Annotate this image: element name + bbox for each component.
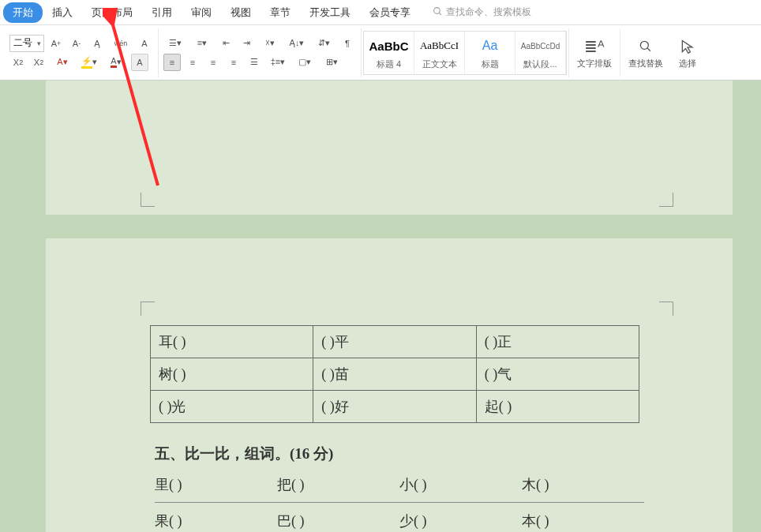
distributed-button[interactable]: ☰: [246, 54, 263, 71]
menu-view[interactable]: 视图: [221, 1, 261, 24]
char-shading-button[interactable]: A: [131, 54, 148, 71]
align-justify-button[interactable]: ≡: [225, 54, 242, 71]
border-button[interactable]: ⊞▾: [320, 54, 343, 71]
margin-corner: [659, 302, 673, 316]
table-row: 耳( ) ( )平 ( )正: [151, 326, 639, 358]
table-cell[interactable]: ( )气: [476, 358, 639, 391]
clear-format-button[interactable]: Ą: [88, 35, 106, 52]
decrease-indent-button[interactable]: ⇤: [217, 35, 234, 52]
decrease-font-button[interactable]: A-: [68, 35, 85, 52]
shading-button[interactable]: ▢▾: [293, 54, 317, 71]
style-label: 正文文本: [422, 58, 457, 70]
text-layout-button[interactable]: ≣ᴬ 文字排版: [569, 29, 620, 77]
font-group: 二号 A+ A- Ą wén A X2 X2 A▾ ⚡▾ A▾ A: [5, 28, 159, 77]
style-preview: AaBbCcI: [420, 35, 459, 57]
menu-member[interactable]: 会员专享: [360, 1, 420, 24]
superscript-button[interactable]: X2: [9, 54, 27, 71]
exercise-item: 果( ): [155, 511, 277, 530]
sort-button[interactable]: Ą↓▾: [285, 35, 309, 52]
subscript-button[interactable]: X2: [30, 54, 47, 71]
style-label: 默认段...: [523, 58, 557, 70]
line-numbers-button[interactable]: ⇵▾: [312, 35, 336, 52]
section-title[interactable]: 五、比一比，组词。(16 分): [155, 444, 333, 464]
exercise-row[interactable]: 果( ) 巴( ) 少( ) 本( ): [155, 511, 644, 532]
search-placeholder: 查找命令、搜索模板: [446, 6, 531, 19]
text-layout-icon: ≣ᴬ: [584, 36, 605, 58]
margin-corner: [141, 193, 155, 207]
align-right-button[interactable]: ≡: [204, 54, 222, 71]
style-heading4[interactable]: AaBbC 标题 4: [364, 32, 414, 74]
menu-devtools[interactable]: 开发工具: [300, 1, 360, 24]
align-center-button[interactable]: ≡: [184, 54, 201, 71]
table-row: ( )光 ( )好 起( ): [151, 391, 639, 423]
menu-start[interactable]: 开始: [3, 2, 43, 23]
style-default-para[interactable]: AaBbCcDd 默认段...: [515, 32, 566, 74]
bullet-list-button[interactable]: ☰▾: [163, 35, 187, 52]
increase-font-button[interactable]: A+: [47, 35, 65, 52]
margin-corner: [659, 193, 673, 207]
font-color-button[interactable]: A▾: [104, 54, 128, 71]
increase-indent-button[interactable]: ⇥: [238, 35, 255, 52]
align-left-button[interactable]: ≡: [163, 54, 181, 71]
table-cell[interactable]: 起( ): [476, 391, 639, 423]
style-label: 标题 4: [377, 58, 401, 70]
ribbon-toolbar: 二号 A+ A- Ą wén A X2 X2 A▾ ⚡▾ A▾ A ☰▾ ≡▾ …: [0, 25, 761, 81]
style-gallery: AaBbC 标题 4 AaBbCcI 正文文本 Aa 标题 AaBbCcDd 默…: [363, 31, 567, 75]
style-normal[interactable]: AaBbCcI 正文文本: [414, 32, 465, 74]
style-title[interactable]: Aa 标题: [465, 32, 515, 74]
table-cell[interactable]: 耳( ): [151, 326, 313, 358]
char-border-button[interactable]: A: [136, 35, 153, 52]
document-area[interactable]: 耳( ) ( )平 ( )正 树( ) ( )苗 ( )气 ( )光 ( )好 …: [0, 81, 761, 532]
exercise-item: 把( ): [277, 475, 399, 494]
svg-point-0: [434, 7, 440, 13]
style-label: 标题: [482, 58, 499, 70]
select-button[interactable]: 选择: [671, 29, 704, 77]
search-icon: [433, 6, 443, 19]
number-list-button[interactable]: ≡▾: [190, 35, 214, 52]
find-icon: [638, 36, 654, 58]
margin-corner: [141, 302, 155, 316]
menu-chapter[interactable]: 章节: [261, 1, 300, 24]
cursor-icon: [680, 36, 695, 58]
command-search[interactable]: 查找命令、搜索模板: [433, 6, 531, 19]
menu-references[interactable]: 引用: [142, 1, 182, 24]
text-effects-button[interactable]: A▾: [51, 54, 74, 71]
highlight-button[interactable]: ⚡▾: [77, 54, 101, 71]
svg-point-2: [640, 41, 648, 49]
exercise-row[interactable]: 里( ) 把( ) 小( ) 木( ): [155, 475, 644, 503]
pinyin-button[interactable]: wén: [109, 35, 133, 52]
table-cell[interactable]: ( )好: [313, 391, 476, 423]
page-current[interactable]: 耳( ) ( )平 ( )正 树( ) ( )苗 ( )气 ( )光 ( )好 …: [46, 238, 733, 532]
exercise-item: 木( ): [522, 475, 644, 494]
exercise-item: 本( ): [522, 511, 644, 530]
style-preview: Aa: [482, 35, 498, 57]
svg-line-3: [647, 48, 650, 51]
menu-bar: 开始 插入 页面布局 引用 审阅 视图 章节 开发工具 会员专享 查找命令、搜索…: [0, 0, 761, 25]
style-preview: AaBbCcDd: [521, 35, 560, 57]
paragraph-mark-button[interactable]: ¶: [339, 35, 356, 52]
exercise-item: 少( ): [399, 511, 522, 530]
paragraph-group: ☰▾ ≡▾ ⇤ ⇥ ☓▾ Ą↓▾ ⇵▾ ¶ ≡ ≡ ≡ ≡ ☰ ‡≡▾ ▢▾ ⊞…: [159, 28, 362, 77]
table-cell[interactable]: ( )平: [313, 326, 476, 358]
style-preview: AaBbC: [369, 35, 408, 57]
exercise-item: 小( ): [399, 475, 522, 494]
style-group: AaBbC 标题 4 AaBbCcI 正文文本 Aa 标题 AaBbCcDd 默…: [362, 28, 569, 77]
worksheet-table[interactable]: 耳( ) ( )平 ( )正 树( ) ( )苗 ( )气 ( )光 ( )好 …: [150, 325, 639, 423]
menu-page-layout[interactable]: 页面布局: [82, 1, 142, 24]
find-replace-button[interactable]: 查找替换: [620, 29, 671, 77]
exercise-item: 里( ): [155, 475, 277, 494]
table-cell[interactable]: ( )苗: [313, 358, 476, 391]
table-cell[interactable]: ( )正: [476, 326, 639, 358]
asian-layout-button[interactable]: ☓▾: [258, 35, 282, 52]
page-previous[interactable]: [46, 81, 733, 215]
table-row: 树( ) ( )苗 ( )气: [151, 358, 639, 391]
table-cell[interactable]: ( )光: [151, 391, 313, 423]
exercise-item: 巴( ): [277, 511, 399, 530]
menu-insert[interactable]: 插入: [43, 1, 82, 24]
table-cell[interactable]: 树( ): [151, 358, 313, 391]
menu-review[interactable]: 审阅: [182, 1, 221, 24]
font-size-select[interactable]: 二号: [9, 35, 44, 52]
svg-line-1: [439, 13, 441, 15]
line-spacing-button[interactable]: ‡≡▾: [266, 54, 290, 71]
